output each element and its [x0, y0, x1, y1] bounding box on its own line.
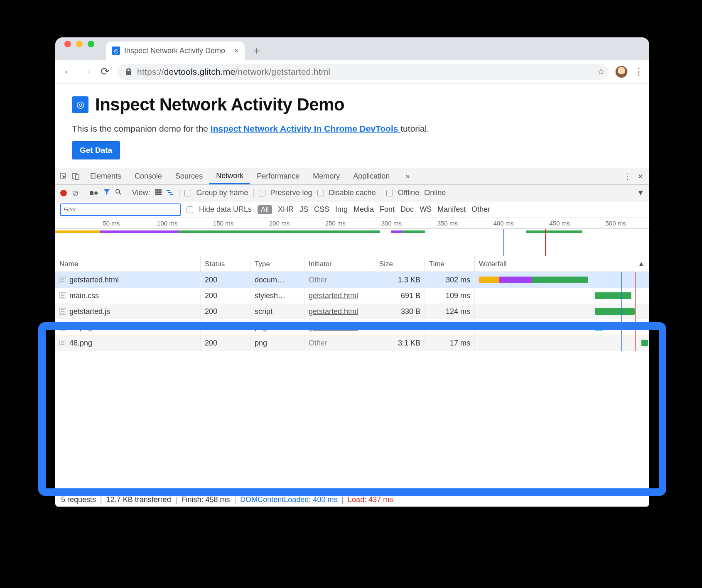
- col-header-size[interactable]: Size: [375, 256, 425, 272]
- file-name: 96.png: [69, 323, 92, 332]
- large-rows-icon[interactable]: [155, 189, 162, 197]
- initiator-link[interactable]: getstarted.html: [309, 323, 358, 332]
- waterfall-view-icon[interactable]: [167, 189, 174, 197]
- browser-menu-icon[interactable]: ⋮: [634, 66, 642, 77]
- overview-segment: [100, 230, 179, 233]
- timeline-overview[interactable]: [55, 229, 649, 256]
- devtools-more-tabs-icon[interactable]: »: [399, 168, 416, 184]
- bookmark-icon[interactable]: ☆: [597, 66, 605, 77]
- filter-type-js[interactable]: JS: [299, 205, 308, 214]
- timeline-ruler: 50 ms100 ms150 ms200 ms250 ms300 ms350 m…: [55, 218, 649, 229]
- record-button[interactable]: [60, 190, 67, 196]
- file-icon: [59, 324, 66, 331]
- table-row[interactable]: getstarted.html200docum…Other1.3 KB302 m…: [55, 272, 649, 288]
- hide-data-urls-checkbox[interactable]: [187, 206, 193, 213]
- new-tab-button[interactable]: ＋: [249, 42, 265, 58]
- lock-icon: 🔒︎: [124, 67, 133, 77]
- filter-type-css[interactable]: CSS: [314, 205, 329, 214]
- window-controls: [64, 37, 94, 60]
- devtools-tab-memory[interactable]: Memory: [306, 168, 346, 184]
- online-label[interactable]: Online: [424, 189, 446, 197]
- hide-data-urls-label: Hide data URLs: [199, 205, 252, 214]
- table-row[interactable]: getstarted.js200scriptgetstarted.html330…: [55, 304, 649, 319]
- filter-input[interactable]: [60, 203, 181, 216]
- overview-marker: [545, 229, 546, 256]
- disable-cache-label: Disable cache: [329, 189, 376, 197]
- reload-button[interactable]: ⟳: [99, 65, 111, 78]
- devtools-tab-elements[interactable]: Elements: [83, 168, 128, 184]
- svg-rect-6: [155, 191, 162, 193]
- address-bar[interactable]: 🔒︎ https://devtools.glitch.me/network/ge…: [118, 64, 609, 80]
- browser-toolbar: ← → ⟳ 🔒︎ https://devtools.glitch.me/netw…: [55, 60, 649, 84]
- devtools-tab-application[interactable]: Application: [346, 168, 396, 184]
- close-window-button[interactable]: [64, 41, 71, 47]
- close-tab-icon[interactable]: ×: [234, 47, 239, 55]
- devtools-panel: ElementsConsoleSourcesNetworkPerformance…: [55, 168, 649, 507]
- back-button[interactable]: ←: [63, 65, 74, 78]
- devtools-menu-icon[interactable]: ⋮: [623, 172, 633, 181]
- fullscreen-window-button[interactable]: [88, 41, 94, 47]
- devtools-tab-performance[interactable]: Performance: [250, 168, 306, 184]
- filter-type-font[interactable]: Font: [380, 205, 395, 214]
- filter-type-media[interactable]: Media: [353, 205, 374, 214]
- table-row[interactable]: 48.png200pngOther3.1 KB17 ms: [55, 335, 649, 351]
- file-name: getstarted.html: [69, 276, 119, 284]
- col-header-name[interactable]: Name: [55, 256, 201, 272]
- page-title: Inspect Network Activity Demo: [95, 95, 344, 115]
- group-by-frame-label: Group by frame: [196, 189, 248, 197]
- filter-type-img[interactable]: Img: [335, 205, 348, 214]
- table-row[interactable]: main.css200stylesh…getstarted.html691 B1…: [55, 288, 649, 304]
- page-logo-icon: ◎: [72, 96, 88, 113]
- svg-rect-2: [76, 175, 79, 179]
- overview-segment: [179, 230, 380, 233]
- minimize-window-button[interactable]: [76, 41, 83, 47]
- disable-cache-checkbox[interactable]: [317, 190, 324, 196]
- devtools-tab-console[interactable]: Console: [128, 168, 169, 184]
- initiator-link[interactable]: getstarted.html: [309, 307, 358, 316]
- ruler-tick: 300 ms: [381, 220, 402, 227]
- filter-toggle-icon[interactable]: [103, 189, 110, 197]
- offline-checkbox[interactable]: [386, 190, 393, 196]
- devtools-tab-sources[interactable]: Sources: [169, 168, 209, 184]
- col-header-status[interactable]: Status: [201, 256, 250, 272]
- col-header-waterfall[interactable]: Waterfall▲: [475, 256, 649, 272]
- search-icon[interactable]: [115, 189, 122, 197]
- preserve-log-checkbox[interactable]: [259, 190, 265, 196]
- filter-type-manifest[interactable]: Manifest: [437, 205, 466, 214]
- ruler-tick: 50 ms: [103, 220, 120, 227]
- group-by-frame-checkbox[interactable]: [184, 190, 191, 196]
- filter-type-doc[interactable]: Doc: [400, 205, 414, 214]
- svg-rect-8: [167, 190, 170, 191]
- network-filter-bar: Hide data URLs AllXHRJSCSSImgMediaFontDo…: [55, 201, 649, 218]
- devtools-tab-network[interactable]: Network: [209, 168, 250, 184]
- throttling-dropdown-icon[interactable]: ▼: [637, 189, 644, 197]
- camera-icon[interactable]: ■●: [89, 189, 98, 197]
- page-content: ◎ Inspect Network Activity Demo This is …: [55, 84, 649, 168]
- tutorial-link[interactable]: Inspect Network Activity In Chrome DevTo…: [211, 124, 400, 133]
- svg-point-3: [116, 189, 120, 193]
- file-icon: [59, 340, 66, 346]
- url-text: https://devtools.glitch.me/network/getst…: [137, 67, 330, 77]
- col-header-time[interactable]: Time: [425, 256, 475, 272]
- devtools-close-icon[interactable]: ×: [635, 171, 646, 182]
- filter-type-xhr[interactable]: XHR: [278, 205, 294, 214]
- filter-type-other[interactable]: Other: [471, 205, 490, 214]
- device-toolbar-icon[interactable]: [71, 173, 81, 180]
- inspect-element-icon[interactable]: [59, 173, 69, 180]
- network-status-bar: 5 requests| 12.7 KB transferred| Finish:…: [55, 492, 649, 507]
- ruler-tick: 150 ms: [213, 220, 233, 227]
- browser-tab[interactable]: ◎ Inspect Network Activity Demo ×: [106, 42, 245, 60]
- forward-button[interactable]: →: [81, 65, 93, 78]
- col-header-type[interactable]: Type: [250, 256, 304, 272]
- initiator-link[interactable]: getstarted.html: [309, 292, 358, 300]
- get-data-button[interactable]: Get Data: [72, 141, 120, 159]
- clear-button[interactable]: ⊘: [72, 188, 79, 198]
- filter-type-ws[interactable]: WS: [420, 205, 432, 214]
- ruler-tick: 350 ms: [437, 220, 458, 227]
- svg-rect-7: [155, 194, 162, 195]
- filter-type-all[interactable]: All: [258, 205, 272, 214]
- table-row[interactable]: 96.png200pnggetstarted.html7.3 KB11 ms: [55, 319, 649, 335]
- col-header-initiator[interactable]: Initiator: [304, 256, 375, 272]
- profile-avatar[interactable]: [615, 66, 628, 78]
- tab-title: Inspect Network Activity Demo: [124, 47, 225, 55]
